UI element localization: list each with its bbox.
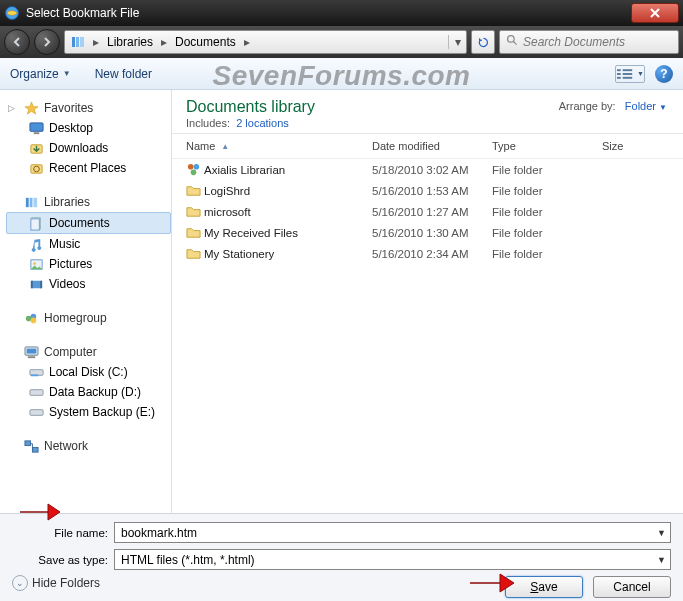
svg-rect-7 bbox=[617, 73, 621, 75]
bottom-panel: File name: bookmark.htm ▼ Save as type: … bbox=[0, 513, 683, 601]
videos-icon bbox=[28, 276, 44, 292]
file-date: 5/16/2010 2:34 AM bbox=[372, 248, 492, 260]
sidebar-computer-label: Computer bbox=[44, 345, 97, 359]
help-button[interactable]: ? bbox=[655, 65, 673, 83]
table-row[interactable]: My Received Files5/16/2010 1:30 AMFile f… bbox=[172, 222, 683, 243]
nav-back-button[interactable] bbox=[4, 29, 30, 55]
sidebar-homegroup[interactable]: Homegroup bbox=[6, 308, 171, 328]
address-bar[interactable]: ▸ Libraries ▸ Documents ▸ ▾ bbox=[64, 30, 467, 54]
arrange-by[interactable]: Arrange by: Folder ▼ bbox=[559, 100, 667, 112]
file-type: File folder bbox=[492, 248, 602, 260]
file-name: My Received Files bbox=[204, 227, 372, 239]
sidebar-libraries-label: Libraries bbox=[44, 195, 90, 209]
view-options-button[interactable]: ▼ bbox=[615, 65, 645, 83]
window-close-button[interactable] bbox=[631, 3, 679, 23]
table-row[interactable]: LogiShrd5/16/2010 1:53 AMFile folder bbox=[172, 180, 683, 201]
save-button[interactable]: Save bbox=[505, 576, 583, 598]
library-header: Documents library Includes: 2 locations bbox=[172, 90, 683, 134]
file-type: File folder bbox=[492, 185, 602, 197]
star-icon bbox=[23, 100, 39, 116]
hide-folders-button[interactable]: ⌄ Hide Folders bbox=[12, 575, 100, 591]
sidebar-item-downloads[interactable]: Downloads bbox=[6, 138, 171, 158]
sidebar-item-pictures[interactable]: Pictures bbox=[6, 254, 171, 274]
sidebar-favorites-label: Favorites bbox=[44, 101, 93, 115]
sidebar-item-music[interactable]: Music bbox=[6, 234, 171, 254]
downloads-icon bbox=[28, 140, 44, 156]
sidebar-homegroup-label: Homegroup bbox=[44, 311, 107, 325]
filename-input[interactable]: bookmark.htm ▼ bbox=[114, 522, 671, 543]
breadcrumb-sep-icon: ▸ bbox=[238, 35, 256, 49]
drive-icon bbox=[28, 404, 44, 420]
file-type: File folder bbox=[492, 227, 602, 239]
drive-icon bbox=[28, 364, 44, 380]
sidebar-item-documents[interactable]: Documents bbox=[6, 212, 171, 234]
chevron-down-icon[interactable]: ▼ bbox=[657, 555, 666, 565]
folder-icon bbox=[186, 183, 204, 198]
svg-rect-3 bbox=[80, 37, 84, 47]
saveas-type-dropdown[interactable]: HTML files (*.htm, *.html) ▼ bbox=[114, 549, 671, 570]
search-input[interactable]: Search Documents bbox=[499, 30, 679, 54]
table-row[interactable]: microsoft5/16/2010 1:27 AMFile folder bbox=[172, 201, 683, 222]
nav-forward-button[interactable] bbox=[34, 29, 60, 55]
sidebar-computer[interactable]: Computer bbox=[6, 342, 171, 362]
folder-icon bbox=[186, 225, 204, 240]
cancel-button[interactable]: Cancel bbox=[593, 576, 671, 598]
svg-rect-6 bbox=[617, 69, 621, 71]
sidebar-item-system-backup-e[interactable]: System Backup (E:) bbox=[6, 402, 171, 422]
search-icon bbox=[506, 34, 519, 50]
sidebar-item-recent-places[interactable]: Recent Places bbox=[6, 158, 171, 178]
svg-rect-11 bbox=[623, 76, 633, 78]
svg-rect-1 bbox=[72, 37, 75, 47]
column-name[interactable]: Name ▲ bbox=[186, 140, 372, 152]
svg-rect-18 bbox=[29, 197, 32, 206]
chevron-down-icon[interactable]: ▼ bbox=[657, 528, 666, 538]
breadcrumb-libraries[interactable]: Libraries bbox=[105, 35, 155, 49]
table-row[interactable]: My Stationery5/16/2010 2:34 AMFile folde… bbox=[172, 243, 683, 264]
svg-point-40 bbox=[194, 164, 200, 170]
window-title: Select Bookmark File bbox=[26, 6, 139, 20]
svg-rect-34 bbox=[30, 374, 38, 376]
svg-rect-35 bbox=[29, 389, 42, 395]
column-type[interactable]: Type bbox=[492, 140, 602, 152]
nav-bar: ▸ Libraries ▸ Documents ▸ ▾ Search Docum… bbox=[0, 26, 683, 58]
refresh-button[interactable] bbox=[471, 30, 495, 54]
chevron-down-icon: ⌄ bbox=[12, 575, 28, 591]
file-name: My Stationery bbox=[204, 248, 372, 260]
file-name: microsoft bbox=[204, 206, 372, 218]
search-placeholder: Search Documents bbox=[523, 35, 625, 49]
sidebar-item-videos[interactable]: Videos bbox=[6, 274, 171, 294]
chevron-down-icon: ▼ bbox=[659, 103, 667, 112]
file-date: 5/16/2010 1:27 AM bbox=[372, 206, 492, 218]
svg-rect-12 bbox=[29, 122, 42, 130]
svg-rect-25 bbox=[30, 280, 32, 288]
sidebar-network[interactable]: Network bbox=[6, 436, 171, 456]
folder-icon bbox=[186, 204, 204, 219]
sidebar-network-label: Network bbox=[44, 439, 88, 453]
address-history-dropdown[interactable]: ▾ bbox=[448, 35, 466, 49]
dialog-body: ▷ Favorites Desktop Downloads Recent Pla… bbox=[0, 90, 683, 513]
svg-rect-38 bbox=[32, 447, 38, 452]
svg-rect-8 bbox=[617, 76, 621, 78]
breadcrumb-documents[interactable]: Documents bbox=[173, 35, 238, 49]
organize-menu[interactable]: Organize ▼ bbox=[10, 67, 71, 81]
svg-rect-17 bbox=[25, 197, 28, 206]
chevron-down-icon: ▼ bbox=[637, 70, 644, 77]
navigation-pane: ▷ Favorites Desktop Downloads Recent Pla… bbox=[0, 90, 172, 513]
file-list: Axialis Librarian5/18/2010 3:02 AMFile f… bbox=[172, 159, 683, 264]
new-folder-button[interactable]: New folder bbox=[95, 67, 152, 81]
ie-icon bbox=[4, 5, 20, 21]
sidebar-item-local-disk-c[interactable]: Local Disk (C:) bbox=[6, 362, 171, 382]
filename-label: File name: bbox=[12, 527, 114, 539]
table-row[interactable]: Axialis Librarian5/18/2010 3:02 AMFile f… bbox=[172, 159, 683, 180]
svg-rect-37 bbox=[24, 440, 30, 445]
column-date[interactable]: Date modified bbox=[372, 140, 492, 152]
drive-icon bbox=[28, 384, 44, 400]
file-date: 5/16/2010 1:53 AM bbox=[372, 185, 492, 197]
svg-rect-26 bbox=[40, 280, 42, 288]
column-size[interactable]: Size bbox=[602, 140, 672, 152]
sidebar-item-desktop[interactable]: Desktop bbox=[6, 118, 171, 138]
sidebar-favorites[interactable]: ▷ Favorites bbox=[6, 98, 171, 118]
sidebar-libraries[interactable]: Libraries bbox=[6, 192, 171, 212]
includes-locations-link[interactable]: 2 locations bbox=[236, 117, 289, 129]
sidebar-item-data-backup-d[interactable]: Data Backup (D:) bbox=[6, 382, 171, 402]
